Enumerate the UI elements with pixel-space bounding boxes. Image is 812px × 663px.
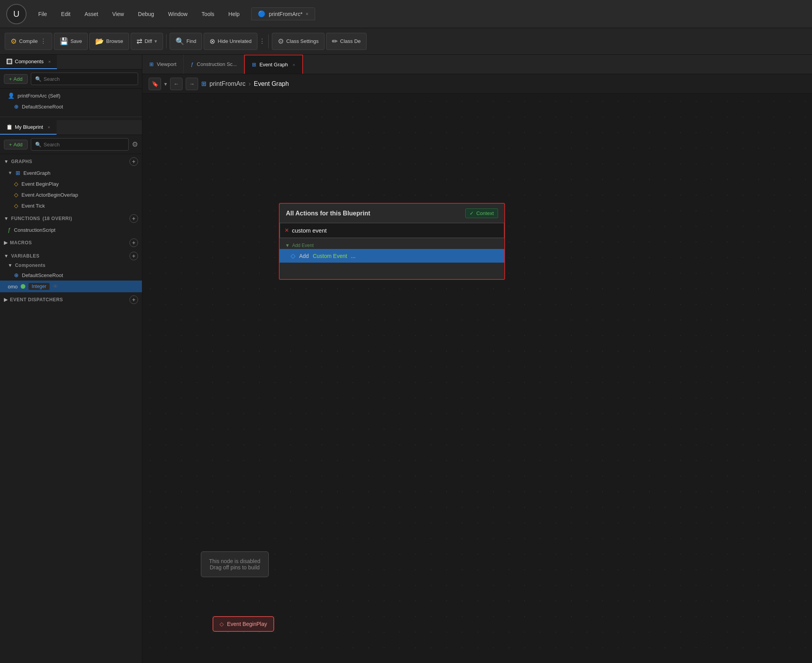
class-defaults-button[interactable]: ✏ Class De — [326, 33, 367, 50]
tree-item-beginplay-label: Event BeginPlay — [21, 181, 59, 187]
popup-search-bar[interactable]: × — [280, 223, 504, 238]
toolbar-separator-1 — [166, 34, 167, 48]
event-dispatchers-chevron: ▶ — [4, 297, 8, 302]
tab-close-btn[interactable]: × — [306, 11, 308, 17]
more-options-btn[interactable]: ⋮ — [259, 37, 265, 45]
context-label: Context — [476, 210, 494, 216]
save-icon: 💾 — [60, 37, 68, 46]
omo-eye-icon[interactable]: 👁 — [53, 283, 58, 290]
menu-file[interactable]: File — [31, 8, 54, 20]
popup-search-input[interactable] — [292, 227, 499, 234]
components-toolbar: + Add 🔍 — [0, 69, 142, 89]
macros-add-btn[interactable]: + — [129, 238, 138, 247]
blueprint-add-button[interactable]: + Add — [4, 140, 28, 149]
tree-item-constructionscript-label: ConstructionScript — [14, 227, 55, 233]
tree-item-constructionscript[interactable]: ƒ ConstructionScript — [0, 224, 142, 235]
components-subsection-title: ▼ Components — [8, 263, 46, 268]
eventgraph-chevron: ▼ — [8, 170, 12, 176]
blueprint-icon: 📋 — [6, 124, 12, 130]
tree-item-self-label: printFromArc (Self) — [18, 93, 60, 99]
eventtick-icon: ◇ — [14, 203, 18, 209]
tab-viewport[interactable]: ⊞ Viewport — [142, 55, 184, 74]
disabled-node: This node is disabled Drag off pins to b… — [201, 551, 269, 577]
tree-item-beginplay[interactable]: ◇ Event BeginPlay — [0, 178, 142, 189]
functions-add-btn[interactable]: + — [129, 214, 138, 223]
omo-type: Integer — [28, 283, 49, 290]
variables-section-title: ▼ VARIABLES — [4, 253, 39, 259]
compile-button[interactable]: ⚙ Compile ⋮ — [5, 33, 52, 50]
self-icon: 👤 — [8, 92, 14, 99]
editor-tabs: ⊞ Viewport ƒ Construction Sc... ⊞ Event … — [142, 55, 812, 74]
tab-my-blueprint[interactable]: 📋 My Blueprint × — [0, 120, 57, 135]
back-btn[interactable]: ← — [170, 78, 183, 90]
menu-window[interactable]: Window — [161, 8, 195, 20]
compile-menu-icon[interactable]: ⋮ — [40, 37, 46, 45]
context-sensitive-toggle[interactable]: ✓ Context — [465, 208, 498, 218]
class-settings-button[interactable]: ⚙ Class Settings — [272, 33, 324, 50]
breadcrumb-class[interactable]: printFromArc — [209, 80, 245, 87]
active-tab[interactable]: 🔵 printFromArc* × — [251, 7, 315, 20]
components-tab-close[interactable]: × — [48, 59, 51, 64]
event-dispatchers-add-btn[interactable]: + — [129, 295, 138, 304]
blueprint-toolbar: + Add 🔍 ⚙ — [0, 135, 142, 154]
tree-item-eventtick[interactable]: ◇ Event Tick — [0, 200, 142, 211]
blueprint-search-input[interactable] — [44, 142, 124, 148]
components-add-button[interactable]: + Add — [4, 74, 28, 84]
save-button[interactable]: 💾 Save — [54, 33, 88, 50]
blueprint-settings-button[interactable]: ⚙ — [132, 140, 138, 149]
functions-section-header: ▼ FUNCTIONS (18 OVERRI) + — [0, 211, 142, 224]
blueprint-search-box[interactable]: 🔍 — [31, 138, 129, 151]
browse-button[interactable]: 📂 Browse — [89, 33, 129, 50]
components-search-box[interactable]: 🔍 — [31, 73, 138, 85]
variables-section-header: ▼ VARIABLES + — [0, 249, 142, 262]
functions-label: FUNCTIONS — [11, 216, 40, 221]
tab-construction-sc[interactable]: ƒ Construction Sc... — [184, 55, 244, 74]
tree-item-actoroverlap[interactable]: ◇ Event ActorBeginOverlap — [0, 189, 142, 200]
menu-debug[interactable]: Debug — [131, 8, 161, 20]
menu-edit[interactable]: Edit — [54, 8, 78, 20]
graphs-add-btn[interactable]: + — [129, 157, 138, 166]
components-search-input[interactable] — [44, 76, 134, 82]
omo-dot — [21, 284, 25, 289]
menu-tools[interactable]: Tools — [195, 8, 222, 20]
variables-label: VARIABLES — [11, 253, 39, 259]
blueprint-canvas[interactable]: This node is disabled Drag off pins to b… — [142, 94, 812, 663]
panel-divider — [0, 117, 142, 117]
tree-item-self[interactable]: 👤 printFromArc (Self) — [0, 90, 142, 101]
blueprint-tab-close[interactable]: × — [48, 125, 50, 130]
find-button[interactable]: 🔍 Find — [170, 33, 202, 50]
macros-label: MACROS — [10, 240, 32, 245]
begin-play-node[interactable]: ◇ Event BeginPlay — [213, 616, 274, 632]
variable-row-omo[interactable]: omo Integer 👁 — [0, 281, 142, 292]
components-icon: 🔳 — [6, 59, 12, 64]
toolbar: ⚙ Compile ⋮ 💾 Save 📂 Browse ⇄ Diff ▾ 🔍 F… — [0, 28, 812, 55]
bookmark-btn[interactable]: 🔖 — [149, 78, 161, 90]
tab-components[interactable]: 🔳 Components × — [0, 55, 57, 69]
diff-button[interactable]: ⇄ Diff ▾ — [131, 33, 163, 50]
compile-label: Compile — [19, 38, 38, 44]
event-graph-close[interactable]: × — [293, 62, 295, 67]
breadcrumb-dropdown-btn[interactable]: ▾ — [164, 81, 167, 87]
popup-clear-btn[interactable]: × — [285, 226, 289, 235]
diff-chevron: ▾ — [154, 38, 157, 44]
tree-item-defaultsceneroot[interactable]: ⊕ DefaultSceneRoot — [0, 101, 142, 112]
menu-view[interactable]: View — [105, 8, 131, 20]
center-area: ⊞ Viewport ƒ Construction Sc... ⊞ Event … — [142, 55, 812, 663]
class-settings-icon: ⚙ — [278, 37, 284, 46]
blueprint-panel-tabs: 📋 My Blueprint × — [0, 120, 142, 135]
tree-item-defaultsceneroot-var[interactable]: ⊕ DefaultSceneRoot — [0, 270, 142, 281]
tab-event-graph[interactable]: ⊞ Event Graph × — [244, 55, 303, 74]
hide-unrelated-button[interactable]: ⊗ Hide Unrelated — [204, 33, 257, 50]
macros-section-title: ▶ MACROS — [4, 240, 32, 245]
compile-icon: ⚙ — [11, 37, 17, 46]
blueprint-add-plus-icon: + — [9, 142, 12, 148]
variables-add-btn[interactable]: + — [129, 252, 138, 260]
forward-btn[interactable]: → — [186, 78, 198, 90]
event-dispatchers-section-header: ▶ EVENT DISPATCHERS + — [0, 292, 142, 306]
menu-asset[interactable]: Asset — [78, 8, 105, 20]
tree-item-eventgraph[interactable]: ▼ ⊞ EventGraph — [0, 167, 142, 178]
components-add-plus-icon: + — [9, 76, 12, 82]
menu-help[interactable]: Help — [222, 8, 247, 20]
components-label: Components — [15, 59, 44, 64]
popup-result-custom-event[interactable]: ◇ Add Custom Event... — [280, 249, 504, 263]
